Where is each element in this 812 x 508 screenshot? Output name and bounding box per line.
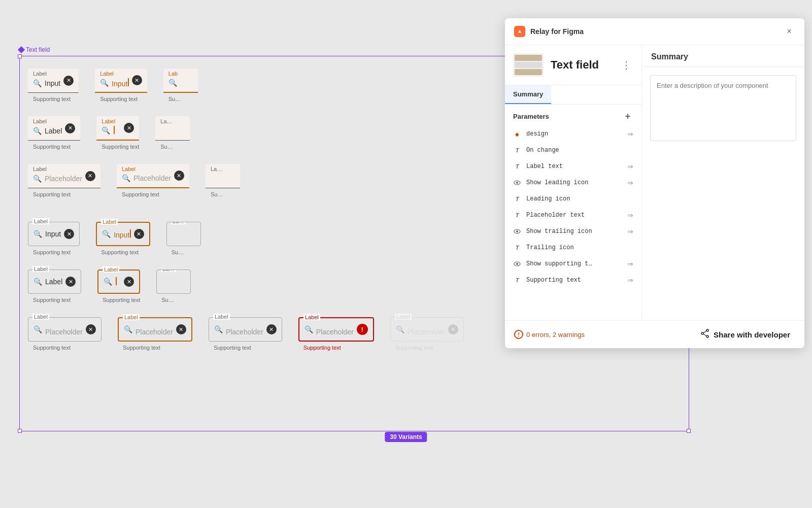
param-arrow-labeltext: ⇒	[627, 162, 633, 171]
tf-input-value-5[interactable]	[113, 126, 121, 136]
param-row-supportingtext[interactable]: T Supporting text ⇒	[505, 272, 641, 288]
supporting-text-out-4: Supporting text	[28, 297, 81, 303]
tf-clear-btn-out-7[interactable]: ✕	[86, 324, 96, 334]
supporting-text-out-2: Supporting text	[96, 249, 150, 255]
tf-label-out-6: La…	[161, 269, 176, 272]
svg-point-2	[516, 182, 518, 184]
tf-placeholder-out-9: Placeholder	[226, 328, 263, 336]
tf-label-out-4: Label	[32, 266, 49, 272]
tf-clear-btn-out-4[interactable]: ✕	[65, 277, 76, 287]
supporting-text-7: Supporting text	[28, 191, 100, 197]
tf-outlined-input: Label 🔍 Input ✕	[28, 222, 80, 246]
panel-right: Summary	[642, 45, 804, 320]
search-icon-out-9: 🔍	[214, 325, 223, 333]
supporting-text-out-8: Supporting text	[118, 345, 192, 351]
share-icon	[700, 329, 709, 340]
tf-clear-btn-7[interactable]: ✕	[85, 171, 95, 181]
tf-input-out-1[interactable]: Input	[45, 230, 61, 238]
panel-left: Text field ⋮ Summary Parameters + ◆	[505, 45, 642, 320]
tf-placeholder-disabled: Placeholder	[408, 328, 445, 336]
tf-label-out-1: Label	[32, 218, 49, 224]
param-name-showleading: Show leading icon	[526, 179, 622, 186]
search-icon-3: 🔍	[168, 79, 177, 87]
tf-input-value-2[interactable]: Input	[112, 78, 129, 88]
param-row-leadingicon[interactable]: T Leading icon	[505, 191, 641, 207]
tf-clear-btn-out-2[interactable]: ✕	[134, 229, 144, 239]
description-input[interactable]	[650, 75, 796, 141]
tf-filled-label-focused: Label 🔍 ✕	[96, 116, 139, 141]
param-name-supportingtext: Supporting text	[526, 277, 622, 284]
tf-outlined-partial: La…	[166, 222, 201, 246]
param-arrow-design: ⇒	[627, 130, 633, 138]
tf-label-8: Label	[122, 166, 136, 172]
param-row-design[interactable]: ◆ design ⇒	[505, 126, 641, 142]
param-text-icon-supportingtext: T	[513, 276, 521, 284]
panel-title: Relay for Figma	[530, 27, 783, 36]
supporting-text-out-5: Supporting text	[97, 297, 140, 303]
corner-handle-br	[687, 429, 691, 433]
tf-input-out-2[interactable]: Input	[114, 229, 131, 239]
supporting-text-disabled: Supporting text	[390, 345, 464, 351]
tab-summary[interactable]: Summary	[505, 85, 551, 104]
tf-placeholder-error: Placeholder	[316, 328, 354, 336]
tf-clear-btn-2[interactable]: ✕	[132, 75, 142, 85]
tf-input-out-5[interactable]	[115, 277, 121, 287]
component-cell-out-4: Label 🔍 Label ✕ Supporting text	[20, 262, 89, 310]
panel-more-button[interactable]: ⋮	[619, 59, 633, 71]
search-icon-out-8: 🔍	[124, 325, 132, 333]
param-row-showtrailing[interactable]: Show trailing icon ⇒	[505, 223, 641, 240]
supporting-text-out-9: Supporting text	[209, 345, 282, 351]
param-row-labeltext[interactable]: T Label text ⇒	[505, 158, 641, 175]
param-row-showsupporting[interactable]: Show supporting t… ⇒	[505, 256, 641, 272]
component-cell-out-1: Label 🔍 Input ✕ Supporting text	[20, 215, 88, 262]
tf-outlined-disabled: Label 🔍 Placeholder ✕	[390, 317, 464, 342]
tf-clear-btn-4[interactable]: ✕	[65, 123, 75, 133]
parameters-label: Parameters	[513, 113, 549, 120]
param-text-icon-onchange: T	[513, 146, 521, 154]
tf-input-value-1[interactable]: Input	[45, 79, 60, 87]
share-with-developer-button[interactable]: Share with developer	[695, 326, 795, 343]
panel-close-button[interactable]: ×	[783, 25, 795, 38]
panel-footer: ! 0 errors, 2 warnings Share with develo…	[505, 320, 804, 348]
param-name-labeltext: Label text	[526, 163, 622, 170]
tf-label-1: Label	[33, 71, 47, 77]
tf-label-disabled: Label	[395, 314, 412, 320]
tf-clear-btn-8[interactable]: ✕	[174, 171, 184, 181]
param-row-trailingicon[interactable]: T Trailing icon	[505, 240, 641, 256]
supporting-text-2: Supporting text	[95, 96, 147, 102]
param-text-icon-labeltext: T	[513, 162, 521, 171]
param-row-placeholder[interactable]: T Placeholder text ⇒	[505, 207, 641, 223]
component-cell-1: Label 🔍 Input ✕ Supporting text	[20, 61, 87, 109]
tf-filled-placeholder-focused: Label 🔍 Placeholder ✕	[117, 164, 189, 188]
tf-outlined-label-focused: Label 🔍 ✕	[97, 269, 140, 294]
tf-outlined-placeholder-normal: Label 🔍 Placeholder ✕	[209, 317, 282, 342]
param-row-showleading[interactable]: Show leading icon ⇒	[505, 175, 641, 191]
param-arrow-showleading: ⇒	[627, 179, 633, 187]
search-icon-1: 🔍	[33, 79, 42, 87]
tf-clear-btn-out-5[interactable]: ✕	[124, 277, 134, 287]
tf-label-4: Label	[33, 118, 47, 124]
svg-point-9	[706, 335, 708, 337]
search-icon-disabled: 🔍	[396, 325, 404, 333]
tf-clear-btn-5[interactable]: ✕	[124, 123, 134, 133]
search-icon-8: 🔍	[122, 174, 130, 182]
tf-outlined-label: Label 🔍 Label ✕	[28, 269, 81, 294]
search-icon-error: 🔍	[304, 325, 313, 333]
param-row-onchange[interactable]: T On change	[505, 142, 641, 158]
param-arrow-showsupporting: ⇒	[627, 260, 633, 268]
tf-clear-btn-out-8[interactable]: ✕	[176, 324, 186, 334]
tf-clear-btn-out-9[interactable]: ✕	[266, 324, 277, 334]
param-name-placeholder: Placeholder text	[526, 212, 622, 219]
preview-thumbnail	[513, 53, 544, 77]
tf-clear-btn-out-1[interactable]: ✕	[64, 229, 74, 239]
tf-label-out-9: Label	[213, 314, 230, 320]
add-parameter-button[interactable]: +	[622, 111, 633, 122]
frame-label: Text field	[19, 46, 50, 53]
tf-label-out-7: Label	[32, 314, 49, 320]
param-text-icon-trailingicon: T	[513, 244, 521, 252]
panel-tabs: Summary	[505, 85, 641, 105]
tf-error-icon: !	[357, 324, 368, 335]
search-icon-out-2: 🔍	[102, 230, 111, 238]
tf-outlined-partial-2: La…	[156, 269, 191, 294]
tf-clear-btn-1[interactable]: ✕	[63, 76, 74, 86]
